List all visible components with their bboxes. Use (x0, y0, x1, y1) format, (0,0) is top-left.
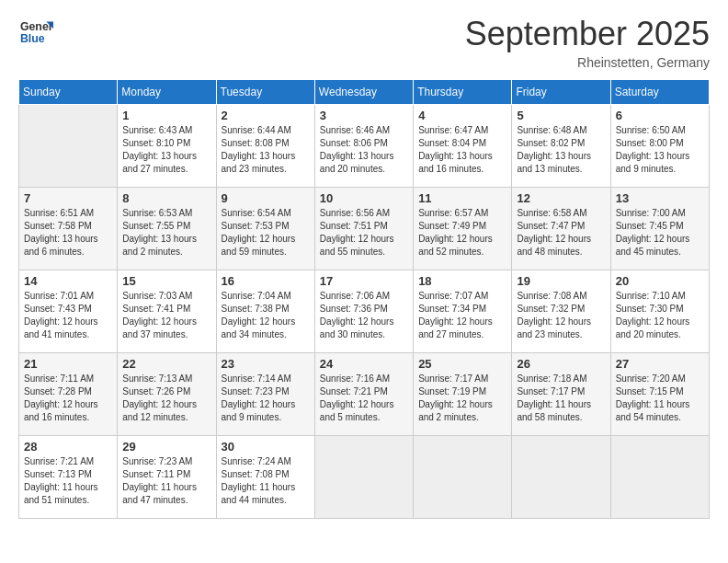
day-info: Sunrise: 6:51 AMSunset: 7:58 PMDaylight:… (24, 207, 112, 259)
day-number: 3 (320, 109, 408, 122)
calendar-cell: 26Sunrise: 7:18 AMSunset: 7:17 PMDayligh… (512, 353, 610, 436)
day-info: Sunrise: 6:58 AMSunset: 7:47 PMDaylight:… (517, 207, 605, 259)
calendar-cell: 2Sunrise: 6:44 AMSunset: 8:08 PMDaylight… (216, 105, 314, 188)
calendar-cell: 25Sunrise: 7:17 AMSunset: 7:19 PMDayligh… (414, 353, 512, 436)
calendar-week-4: 21Sunrise: 7:11 AMSunset: 7:28 PMDayligh… (19, 353, 710, 436)
weekday-header-tuesday: Tuesday (216, 80, 314, 105)
day-number: 30 (222, 440, 310, 454)
day-number: 4 (418, 109, 506, 122)
calendar-cell: 19Sunrise: 7:08 AMSunset: 7:32 PMDayligh… (512, 270, 610, 353)
day-info: Sunrise: 6:48 AMSunset: 8:02 PMDaylight:… (517, 124, 605, 176)
day-number: 24 (320, 357, 408, 371)
calendar-cell: 21Sunrise: 7:11 AMSunset: 7:28 PMDayligh… (19, 353, 118, 436)
day-number: 1 (122, 109, 210, 122)
calendar-cell: 9Sunrise: 6:54 AMSunset: 7:53 PMDaylight… (216, 188, 314, 270)
calendar-cell: 29Sunrise: 7:23 AMSunset: 7:11 PMDayligh… (118, 436, 216, 519)
day-info: Sunrise: 7:17 AMSunset: 7:19 PMDaylight:… (418, 373, 506, 424)
day-number: 8 (122, 191, 210, 205)
calendar-cell: 4Sunrise: 6:47 AMSunset: 8:04 PMDaylight… (414, 105, 512, 188)
day-info: Sunrise: 7:16 AMSunset: 7:21 PMDaylight:… (320, 373, 408, 424)
weekday-header-sunday: Sunday (19, 80, 118, 105)
day-number: 29 (122, 440, 210, 454)
weekday-header-row: SundayMondayTuesdayWednesdayThursdayFrid… (19, 80, 710, 105)
day-info: Sunrise: 7:08 AMSunset: 7:32 PMDaylight:… (517, 290, 605, 341)
title-area: September 2025 Rheinstetten, Germany (465, 15, 710, 70)
weekday-header-monday: Monday (118, 80, 216, 105)
calendar-cell: 28Sunrise: 7:21 AMSunset: 7:13 PMDayligh… (19, 436, 118, 519)
weekday-header-thursday: Thursday (414, 80, 512, 105)
calendar-cell: 18Sunrise: 7:07 AMSunset: 7:34 PMDayligh… (414, 270, 512, 353)
day-number: 5 (517, 109, 605, 122)
day-info: Sunrise: 6:54 AMSunset: 7:53 PMDaylight:… (222, 207, 310, 259)
calendar-cell (19, 105, 118, 188)
day-info: Sunrise: 6:44 AMSunset: 8:08 PMDaylight:… (222, 124, 310, 176)
weekday-header-saturday: Saturday (610, 80, 709, 105)
day-number: 22 (122, 357, 210, 371)
day-number: 19 (517, 274, 605, 288)
day-info: Sunrise: 7:10 AMSunset: 7:30 PMDaylight:… (616, 290, 704, 341)
calendar-cell: 6Sunrise: 6:50 AMSunset: 8:00 PMDaylight… (610, 105, 709, 188)
calendar-cell (314, 436, 413, 519)
location-title: Rheinstetten, Germany (465, 55, 710, 70)
day-number: 18 (418, 274, 506, 288)
day-info: Sunrise: 6:50 AMSunset: 8:00 PMDaylight:… (616, 124, 704, 176)
calendar-cell: 8Sunrise: 6:53 AMSunset: 7:55 PMDaylight… (118, 188, 216, 270)
calendar-week-1: 1Sunrise: 6:43 AMSunset: 8:10 PMDaylight… (19, 105, 710, 188)
day-number: 15 (122, 274, 210, 288)
calendar-cell: 5Sunrise: 6:48 AMSunset: 8:02 PMDaylight… (512, 105, 610, 188)
day-number: 14 (24, 274, 112, 288)
day-number: 23 (222, 357, 310, 371)
day-number: 11 (418, 191, 506, 205)
day-info: Sunrise: 6:56 AMSunset: 7:51 PMDaylight:… (320, 207, 408, 259)
day-number: 16 (222, 274, 310, 288)
day-info: Sunrise: 7:11 AMSunset: 7:28 PMDaylight:… (24, 373, 112, 424)
day-info: Sunrise: 6:57 AMSunset: 7:49 PMDaylight:… (418, 207, 506, 259)
calendar-cell: 7Sunrise: 6:51 AMSunset: 7:58 PMDaylight… (19, 188, 118, 270)
calendar-cell: 10Sunrise: 6:56 AMSunset: 7:51 PMDayligh… (314, 188, 413, 270)
day-number: 27 (616, 357, 704, 371)
day-info: Sunrise: 7:03 AMSunset: 7:41 PMDaylight:… (122, 290, 210, 341)
calendar-cell: 24Sunrise: 7:16 AMSunset: 7:21 PMDayligh… (314, 353, 413, 436)
calendar-week-3: 14Sunrise: 7:01 AMSunset: 7:43 PMDayligh… (19, 270, 710, 353)
day-info: Sunrise: 7:14 AMSunset: 7:23 PMDaylight:… (222, 373, 310, 424)
calendar-cell (414, 436, 512, 519)
day-info: Sunrise: 7:07 AMSunset: 7:34 PMDaylight:… (418, 290, 506, 341)
calendar-cell: 13Sunrise: 7:00 AMSunset: 7:45 PMDayligh… (610, 188, 709, 270)
day-info: Sunrise: 7:21 AMSunset: 7:13 PMDaylight:… (24, 455, 112, 507)
calendar-cell: 22Sunrise: 7:13 AMSunset: 7:26 PMDayligh… (118, 353, 216, 436)
calendar-cell: 30Sunrise: 7:24 AMSunset: 7:08 PMDayligh… (216, 436, 314, 519)
calendar-cell: 20Sunrise: 7:10 AMSunset: 7:30 PMDayligh… (610, 270, 709, 353)
calendar-cell: 15Sunrise: 7:03 AMSunset: 7:41 PMDayligh… (118, 270, 216, 353)
calendar-cell (512, 436, 610, 519)
day-number: 7 (24, 191, 112, 205)
day-number: 25 (418, 357, 506, 371)
day-number: 9 (222, 191, 310, 205)
day-info: Sunrise: 7:23 AMSunset: 7:11 PMDaylight:… (122, 455, 210, 507)
day-number: 28 (24, 440, 112, 454)
calendar-body: 1Sunrise: 6:43 AMSunset: 8:10 PMDaylight… (19, 105, 710, 519)
calendar-header: SundayMondayTuesdayWednesdayThursdayFrid… (19, 80, 710, 105)
calendar-cell: 12Sunrise: 6:58 AMSunset: 7:47 PMDayligh… (512, 188, 610, 270)
day-number: 6 (616, 109, 704, 122)
calendar-cell: 1Sunrise: 6:43 AMSunset: 8:10 PMDaylight… (118, 105, 216, 188)
day-info: Sunrise: 6:46 AMSunset: 8:06 PMDaylight:… (320, 124, 408, 176)
day-number: 20 (616, 274, 704, 288)
day-number: 2 (222, 109, 310, 122)
day-info: Sunrise: 7:18 AMSunset: 7:17 PMDaylight:… (517, 373, 605, 424)
day-info: Sunrise: 7:01 AMSunset: 7:43 PMDaylight:… (24, 290, 112, 341)
calendar-cell: 16Sunrise: 7:04 AMSunset: 7:38 PMDayligh… (216, 270, 314, 353)
calendar-cell: 23Sunrise: 7:14 AMSunset: 7:23 PMDayligh… (216, 353, 314, 436)
day-number: 13 (616, 191, 704, 205)
day-number: 10 (320, 191, 408, 205)
calendar-cell: 11Sunrise: 6:57 AMSunset: 7:49 PMDayligh… (414, 188, 512, 270)
day-info: Sunrise: 6:47 AMSunset: 8:04 PMDaylight:… (418, 124, 506, 176)
calendar-cell: 3Sunrise: 6:46 AMSunset: 8:06 PMDaylight… (314, 105, 413, 188)
calendar-table: SundayMondayTuesdayWednesdayThursdayFrid… (18, 79, 710, 519)
day-info: Sunrise: 7:00 AMSunset: 7:45 PMDaylight:… (616, 207, 704, 259)
day-info: Sunrise: 7:04 AMSunset: 7:38 PMDaylight:… (222, 290, 310, 341)
weekday-header-friday: Friday (512, 80, 610, 105)
month-title: September 2025 (465, 15, 710, 53)
calendar-cell: 27Sunrise: 7:20 AMSunset: 7:15 PMDayligh… (610, 353, 709, 436)
calendar-cell: 14Sunrise: 7:01 AMSunset: 7:43 PMDayligh… (19, 270, 118, 353)
day-number: 12 (517, 191, 605, 205)
